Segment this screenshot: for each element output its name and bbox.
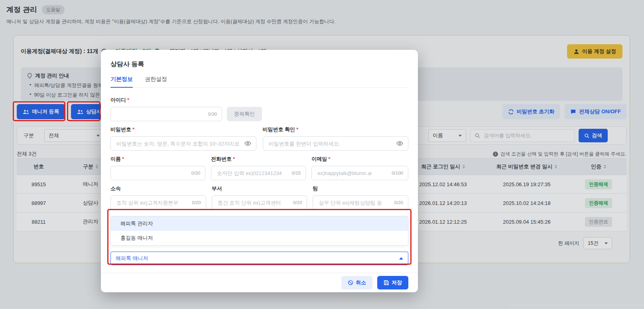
name-phone-email-row: 이름* 0/30 전화번호* 0/15 이메일* 0/100 [110,155,408,180]
required-mark: * [132,126,134,132]
team-label: 팀 [313,185,318,191]
password-confirm-field: 비밀번호 확인* [263,126,409,151]
char-counter: 0/20 [192,200,201,205]
phone-label: 전화번호 [211,156,232,162]
counselor-register-modal: 상담사 등록 기본정보 권한설정 아이디* 0/30 중복확인 비밀번호* 비밀… [101,50,418,292]
phone-input[interactable] [216,170,289,177]
password-input[interactable] [116,140,241,147]
password-field-row: 비밀번호* 비밀번호 확인* [110,126,408,151]
password-confirm-label: 비밀번호 확인 [263,126,295,132]
manager-select[interactable]: 해피톡 매니저 [110,252,408,265]
dept-input[interactable] [217,199,290,206]
password-confirm-input[interactable] [268,140,394,147]
email-input[interactable] [317,170,388,177]
id-label: 아이디 [110,97,126,103]
tab-permission-settings[interactable]: 권한설정 [145,76,167,87]
modal-footer: 취소 저장 [101,273,418,292]
org-field: 소속 0/20 [110,185,206,210]
char-counter: 0/30 [191,171,200,175]
chevron-up-icon [399,257,403,260]
name-field: 이름* 0/30 [110,155,205,180]
id-field-row: 아이디* 0/30 중복확인 [110,96,408,121]
dept-field: 부서 0/20 [212,185,307,210]
name-label: 이름 [110,156,121,162]
char-counter: 0/15 [292,171,301,175]
save-icon [384,280,389,285]
required-mark: * [328,156,330,162]
save-label: 저장 [392,279,402,286]
password-field: 비밀번호* [110,126,256,151]
email-label: 이메일 [311,156,327,162]
save-button[interactable]: 저장 [377,276,408,289]
char-counter: 0/30 [208,112,217,116]
manager-select-value: 해피톡 매니저 [116,255,148,262]
tab-basic-info[interactable]: 기본정보 [110,76,133,88]
required-mark: * [233,156,235,162]
id-input[interactable] [116,111,205,118]
phone-field: 전화번호* 0/15 [211,155,306,180]
eye-icon[interactable] [244,141,251,146]
name-input[interactable] [116,170,188,177]
password-label: 비밀번호 [110,126,131,132]
org-dept-team-row: 소속 0/20 부서 0/20 팀 0/20 [110,185,408,210]
team-input[interactable] [318,199,391,206]
dropdown-option[interactable]: 홍길동 매니저 [111,231,408,245]
org-input[interactable] [116,199,189,206]
char-counter: 0/100 [392,171,403,175]
eye-icon[interactable] [396,141,403,146]
char-counter: 0/20 [394,200,403,205]
char-counter: 0/20 [293,200,302,205]
cancel-icon [348,280,353,285]
required-mark: * [127,97,129,103]
modal-title: 상담사 등록 [110,60,408,69]
team-field: 팀 0/20 [313,185,408,210]
manager-dropdown-list: 해피톡 관리자 홍길동 매니저 [110,216,408,246]
dropdown-option[interactable]: 해피톡 관리자 [111,216,408,231]
duplicate-check-button[interactable]: 중복확인 [227,107,262,121]
id-field: 아이디* 0/30 [110,96,222,121]
org-label: 소속 [110,185,121,191]
cancel-label: 취소 [356,279,366,286]
required-mark: * [296,126,298,132]
email-field: 이메일* 0/100 [311,155,408,180]
cancel-button[interactable]: 취소 [341,276,372,289]
modal-tabs: 기본정보 권한설정 [110,76,408,88]
dept-label: 부서 [212,185,222,191]
required-mark: * [122,156,124,162]
